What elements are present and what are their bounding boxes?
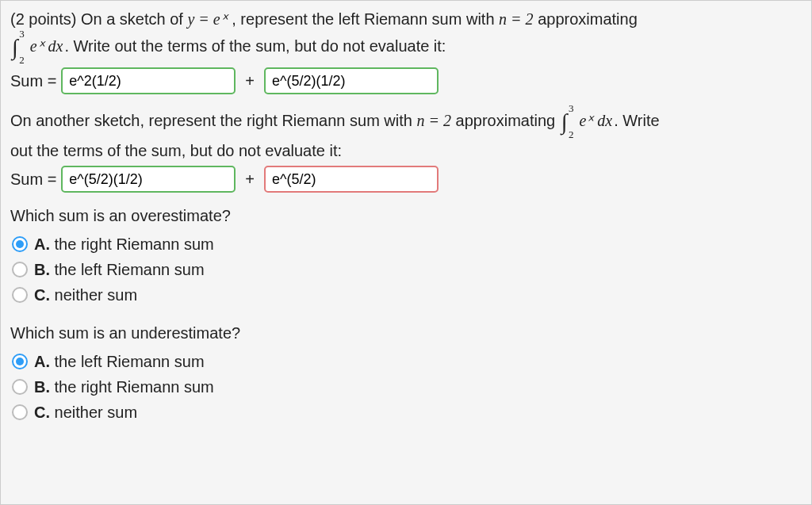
plus-sign: + [240, 167, 259, 191]
equation-y: y = eˣ [187, 10, 227, 28]
right-sum-term-1-input[interactable] [61, 166, 236, 193]
option-over-c[interactable]: C. neither sum [10, 283, 802, 307]
right-sum-term-2-input[interactable] [264, 166, 439, 193]
option-letter: A. [34, 235, 50, 253]
option-under-a[interactable]: A. the left Riemann sum [10, 350, 802, 373]
plus-sign: + [240, 69, 259, 93]
paragraph-1b: ∫ 3 2 eˣ dx . Write out the terms of the… [10, 31, 802, 64]
points-label: (2 points) [10, 10, 81, 28]
overestimate-options: A. the right Riemann sum B. the left Rie… [10, 232, 802, 307]
equation-n-2: n = 2 [416, 112, 451, 129]
paragraph-2: On another sketch, represent the right R… [10, 105, 802, 139]
underestimate-prompt: Which sum is an underestimate? [10, 321, 802, 345]
option-text: the left Riemann sum [55, 261, 205, 278]
left-sum-term-1-input[interactable] [61, 67, 236, 94]
integral-upper: 3 [19, 26, 25, 42]
radio-button[interactable] [12, 287, 28, 303]
sum-label: Sum = [10, 167, 56, 191]
option-letter: B. [34, 378, 50, 396]
integral-1: ∫ 3 2 eˣ dx [12, 31, 63, 64]
option-over-a[interactable]: A. the right Riemann sum [10, 232, 802, 256]
radio-button[interactable] [12, 379, 28, 395]
radio-button[interactable] [12, 262, 28, 277]
integral-symbol: ∫ 3 2 [12, 31, 18, 64]
option-letter: C. [34, 404, 50, 421]
sum-row-1: Sum = + [10, 67, 802, 94]
option-letter: A. [34, 353, 50, 370]
text-fragment: . Write out the terms of the sum, but do… [64, 37, 446, 55]
left-sum-term-2-input[interactable] [264, 67, 439, 94]
option-text: the right Riemann sum [55, 378, 214, 396]
option-letter: C. [34, 286, 50, 304]
sum-row-2: Sum = + [10, 166, 802, 193]
sum-label: Sum = [10, 69, 56, 93]
radio-button[interactable] [12, 354, 28, 369]
question-panel: (2 points) On a sketch of y = eˣ , repre… [0, 0, 812, 505]
option-under-c[interactable]: C. neither sum [10, 400, 802, 424]
text-fragment: , represent the left Riemann sum with [228, 10, 499, 28]
integral-lower: 2 [569, 127, 574, 143]
option-text: the left Riemann sum [55, 353, 205, 370]
integral-body: eˣ dx [30, 37, 63, 55]
radio-button[interactable] [12, 404, 28, 420]
equation-n: n = 2 [499, 10, 534, 28]
text-fragment: . Write [614, 112, 659, 129]
overestimate-prompt: Which sum is an overestimate? [10, 204, 802, 228]
option-text: the right Riemann sum [55, 235, 214, 253]
integral-body: eˣ dx [579, 112, 612, 129]
integral-upper: 3 [569, 101, 574, 117]
option-under-b[interactable]: B. the right Riemann sum [10, 375, 802, 399]
text-fragment: approximating [451, 112, 560, 129]
option-text: neither sum [55, 286, 138, 304]
integral-symbol: ∫ 3 2 [561, 105, 568, 139]
radio-button[interactable] [12, 236, 28, 252]
text-fragment: out the terms of the sum, but do not eva… [10, 142, 342, 159]
option-letter: B. [34, 261, 50, 278]
underestimate-options: A. the left Riemann sum B. the right Rie… [10, 350, 802, 424]
option-over-b[interactable]: B. the left Riemann sum [10, 258, 802, 281]
paragraph-2b: out the terms of the sum, but do not eva… [10, 139, 802, 163]
text-fragment: On another sketch, represent the right R… [10, 112, 416, 129]
integral-2: ∫ 3 2 eˣ dx [561, 105, 612, 139]
integral-lower: 2 [19, 52, 25, 68]
text-fragment: On a sketch of [81, 10, 188, 28]
text-fragment: approximating [534, 10, 638, 28]
option-text: neither sum [55, 404, 138, 421]
paragraph-1: (2 points) On a sketch of y = eˣ , repre… [10, 7, 802, 31]
